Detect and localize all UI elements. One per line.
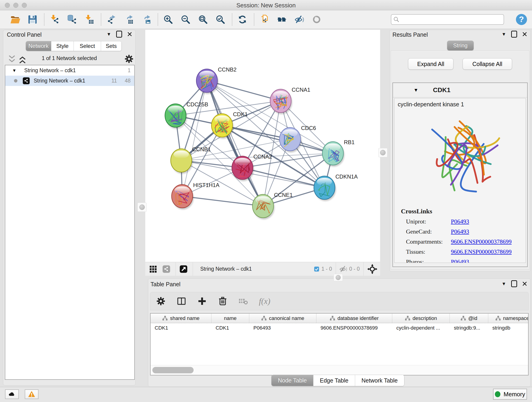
- network-node-CDKN1A[interactable]: CDKN1A: [314, 173, 358, 201]
- network-node-CDK1[interactable]: CDK1: [211, 111, 248, 139]
- clear-table-button[interactable]: [238, 296, 249, 306]
- collapse-all-button[interactable]: Collapse All: [462, 58, 512, 70]
- column-header-name[interactable]: name: [211, 313, 249, 323]
- tab-network[interactable]: Network: [26, 41, 51, 51]
- delete-column-button[interactable]: [218, 296, 228, 306]
- selected-checkbox-icon[interactable]: [314, 266, 320, 272]
- float-panel-icon[interactable]: [511, 280, 517, 287]
- current-network-title: String Network – cdk1: [200, 266, 252, 272]
- network-tree-row[interactable]: ▼String Network – cdk11: [5, 65, 134, 76]
- function-builder-button[interactable]: f(x): [259, 296, 270, 306]
- birdseye-button[interactable]: [312, 14, 323, 25]
- selected-nodes-edges-count: 1 - 0: [322, 266, 332, 272]
- export-table-button[interactable]: [124, 14, 135, 25]
- crosslink-link[interactable]: 9606.ENSP00000378699: [451, 238, 512, 245]
- scrollbar-thumb[interactable]: [152, 367, 194, 373]
- network-badge-icon[interactable]: [162, 264, 172, 274]
- network-node-CCNB2[interactable]: CCNB2: [196, 66, 236, 94]
- zoom-in-icon: [163, 14, 173, 25]
- save-session-button[interactable]: [27, 14, 39, 25]
- tab-select[interactable]: Select: [74, 41, 101, 51]
- zoom-in-button[interactable]: [163, 14, 175, 25]
- close-panel-icon[interactable]: [522, 281, 527, 286]
- clone-network-button[interactable]: [259, 14, 271, 25]
- open-session-icon: [10, 14, 20, 25]
- export-image-button[interactable]: [141, 14, 152, 25]
- import-database-button[interactable]: [67, 14, 78, 25]
- search-input[interactable]: [391, 14, 504, 25]
- warnings-button[interactable]: [25, 389, 38, 399]
- table-panel-title: Table Panel: [151, 281, 181, 287]
- node-label: CDKN1A: [336, 173, 358, 180]
- tab-network-table[interactable]: Network Table: [355, 375, 404, 386]
- import-network-button[interactable]: [50, 14, 61, 25]
- gear-button[interactable]: [156, 296, 166, 306]
- network-icon: [22, 77, 30, 85]
- network-node-CCNB1[interactable]: CCNB1: [171, 146, 211, 174]
- float-panel-icon[interactable]: [116, 31, 122, 38]
- table-row[interactable]: CDK1CDK1P064939606.ENSP00000378699cyclin…: [151, 323, 528, 333]
- close-panel-icon[interactable]: [522, 32, 527, 37]
- open-external-view-icon[interactable]: [179, 264, 189, 274]
- export-network-button[interactable]: [106, 14, 118, 25]
- network-node-CCNE1[interactable]: CCNE1: [253, 192, 293, 219]
- column-header-database-identifier[interactable]: database identifier: [317, 313, 392, 323]
- column-header--id[interactable]: @id: [450, 313, 488, 323]
- zoom-out-button[interactable]: [181, 14, 192, 25]
- zoom-selected-button[interactable]: [215, 14, 227, 25]
- zoom-fit-button[interactable]: [198, 14, 209, 25]
- collapse-section-icon[interactable]: ▼: [412, 87, 420, 93]
- network-node-RB1[interactable]: RB1: [322, 139, 355, 167]
- close-panel-icon[interactable]: [127, 32, 132, 37]
- import-network-icon: [50, 14, 60, 25]
- expand-all-button[interactable]: Expand All: [408, 58, 453, 70]
- tab-node-table[interactable]: Node Table: [272, 375, 313, 386]
- network-options-gear-icon[interactable]: [124, 54, 133, 63]
- network-node-HIST1H1A[interactable]: HIST1H1A: [172, 182, 220, 210]
- panel-menu-icon[interactable]: ▼: [501, 281, 506, 286]
- tab-edge-table[interactable]: Edge Table: [313, 375, 355, 386]
- column-header-canonical-name[interactable]: canonical name: [249, 313, 317, 323]
- split-columns-button[interactable]: [177, 296, 187, 306]
- network-node-CDC6[interactable]: CDC6: [279, 125, 316, 153]
- first-neighbors-button[interactable]: [277, 14, 288, 25]
- horizontal-scrollbar[interactable]: [151, 365, 528, 375]
- grid-view-icon[interactable]: [148, 264, 158, 274]
- network-canvas[interactable]: CCNB2 CCNA1 CDC25B CDK1 CDC6: [145, 30, 380, 262]
- hidden-eye-icon[interactable]: [339, 265, 347, 273]
- help-button[interactable]: ?: [515, 13, 528, 26]
- network-node-CDC25B[interactable]: CDC25B: [165, 101, 208, 129]
- tree-expand-icon[interactable]: ▼: [12, 68, 17, 73]
- cloud-button[interactable]: [5, 389, 19, 399]
- tab-style[interactable]: Style: [51, 41, 74, 51]
- crosslink-link[interactable]: P06493: [451, 228, 469, 235]
- panel-menu-icon[interactable]: ▼: [501, 32, 506, 36]
- left-splitter-handle[interactable]: [138, 203, 147, 212]
- add-column-button[interactable]: [197, 296, 208, 306]
- crosslink-link[interactable]: 9606.ENSP00000378699: [451, 249, 512, 255]
- network-node-CCNA2[interactable]: CCNA2: [232, 153, 272, 181]
- right-splitter-handle[interactable]: [378, 148, 387, 157]
- graphics-details-icon: [294, 14, 304, 25]
- crosslink-link[interactable]: P06493: [451, 218, 469, 225]
- column-label: description: [413, 315, 437, 321]
- column-header-shared-name[interactable]: shared name: [151, 313, 211, 323]
- fit-selected-crosshair-icon[interactable]: [367, 264, 377, 274]
- network-tree-row[interactable]: String Network – cdk11148: [5, 76, 134, 86]
- network-name: String Network – cdk1: [34, 78, 85, 84]
- memory-button[interactable]: Memory: [493, 389, 527, 400]
- open-session-button[interactable]: [10, 14, 22, 25]
- panel-menu-icon[interactable]: ▼: [107, 32, 111, 36]
- apply-layout-button[interactable]: [237, 14, 249, 25]
- column-header-description[interactable]: description: [392, 313, 450, 323]
- tab-sets[interactable]: Sets: [101, 41, 121, 51]
- crosslink-row: Tissues: 9606.ENSP00000378699: [406, 249, 526, 255]
- float-panel-icon[interactable]: [511, 31, 517, 38]
- crosslink-link[interactable]: P06493: [451, 259, 469, 263]
- node-label: CDC6: [301, 125, 316, 131]
- bottom-splitter-handle[interactable]: [334, 274, 343, 281]
- import-table-button[interactable]: [84, 14, 96, 25]
- tab-string[interactable]: String: [447, 41, 474, 51]
- graphics-details-button[interactable]: [294, 14, 306, 25]
- column-header-namespace[interactable]: namespace: [488, 313, 529, 323]
